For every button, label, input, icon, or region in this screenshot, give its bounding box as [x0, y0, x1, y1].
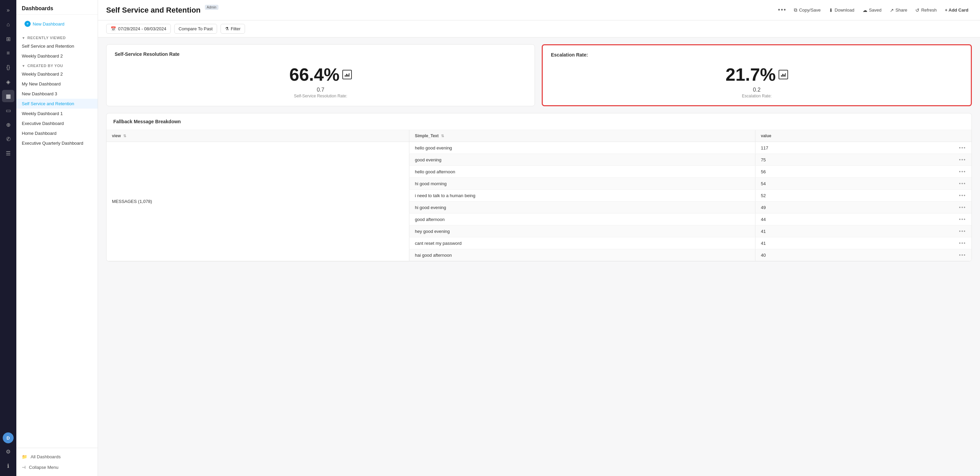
value-cell: 52: [755, 190, 885, 201]
row-actions[interactable]: •••: [885, 142, 972, 154]
escalation-rate-chart-icon[interactable]: [778, 70, 788, 79]
col-header-view[interactable]: view ⇅: [107, 130, 409, 142]
resolution-rate-value-row: 66.4%: [289, 66, 352, 83]
all-dashboards-link[interactable]: 📁 All Dashboards: [16, 452, 98, 462]
sidebar-item-new-dashboard-3[interactable]: New Dashboard 3: [16, 89, 98, 99]
add-card-button[interactable]: + Add Card: [942, 5, 972, 14]
svg-rect-4: [781, 75, 782, 77]
plus-circle-icon: +: [24, 21, 30, 27]
avatar-icon[interactable]: D: [3, 433, 14, 443]
row-actions[interactable]: •••: [885, 178, 972, 190]
escalation-rate-sub-value: 0.2: [742, 87, 772, 93]
resolution-rate-sub-value: 0.7: [294, 87, 347, 93]
sidebar-item-self-service-retention-recent[interactable]: Self Service and Retention: [16, 41, 98, 51]
row-actions[interactable]: •••: [885, 190, 972, 201]
code-icon[interactable]: {}: [2, 61, 14, 73]
share-button[interactable]: ↗ Share: [886, 5, 911, 15]
recently-viewed-label: RECENTLY VIEWED: [27, 36, 66, 40]
calendar-icon: 📅: [111, 26, 116, 31]
filter-button[interactable]: ⚗ Filter: [221, 24, 245, 34]
settings-icon[interactable]: ⚙: [2, 446, 14, 458]
main-content: Self Service and Retention Admin ••• ⧉ C…: [98, 0, 980, 476]
collapse-icon[interactable]: »: [2, 4, 14, 16]
row-actions[interactable]: •••: [885, 214, 972, 225]
layers-icon[interactable]: ☰: [2, 147, 14, 159]
text-cell: good afternoon: [409, 214, 756, 225]
value-cell: 41: [755, 237, 885, 249]
sidebar-item-executive-quarterly[interactable]: Executive Quarterly Dashboard: [16, 138, 98, 148]
new-dashboard-button[interactable]: + New Dashboard: [22, 19, 92, 29]
row-actions[interactable]: •••: [885, 154, 972, 166]
value-cell: 44: [755, 214, 885, 225]
sidebar-item-home-dashboard[interactable]: Home Dashboard: [16, 128, 98, 138]
escalation-rate-value-row: 21.7%: [725, 66, 788, 83]
document-icon[interactable]: ≡: [2, 47, 14, 59]
sidebar-item-self-service-retention[interactable]: Self Service and Retention: [16, 99, 98, 109]
text-cell: good evening: [409, 154, 756, 166]
fallback-table-card: Fallback Message Breakdown view ⇅ Simple…: [106, 113, 972, 262]
sidebar-item-my-new-dashboard[interactable]: My New Dashboard: [16, 79, 98, 89]
value-cell: 56: [755, 166, 885, 178]
info-icon[interactable]: ℹ: [2, 460, 14, 472]
col-header-simple-text[interactable]: Simple_Text ⇅: [409, 130, 756, 142]
text-cell: hi good morning: [409, 178, 756, 190]
dashboard-active-icon[interactable]: ▦: [2, 90, 14, 102]
compare-to-past-button[interactable]: Compare To Past: [174, 24, 217, 34]
add-card-label: + Add Card: [945, 8, 969, 13]
more-options-button[interactable]: •••: [775, 5, 789, 16]
phone-icon[interactable]: ✆: [2, 133, 14, 145]
resolution-rate-title: Self-Service Resolution Rate: [115, 51, 527, 57]
value-cell: 41: [755, 225, 885, 237]
text-cell: hey good evening: [409, 225, 756, 237]
folder-icon: 📁: [22, 454, 27, 459]
recently-viewed-chevron: ▼: [22, 36, 25, 40]
date-range-button[interactable]: 📅 07/28/2024 - 08/03/2024: [106, 24, 171, 34]
value-cell: 40: [755, 249, 885, 261]
row-actions[interactable]: •••: [885, 166, 972, 178]
table-row: MESSAGES (1,078)hello good evening117•••: [107, 142, 972, 154]
row-actions[interactable]: •••: [885, 249, 972, 261]
row-actions[interactable]: •••: [885, 237, 972, 249]
sidebar-item-executive-dashboard[interactable]: Executive Dashboard: [16, 118, 98, 128]
svg-rect-0: [345, 75, 346, 77]
col-header-actions: [885, 130, 972, 142]
col-header-value: value: [755, 130, 885, 142]
refresh-button[interactable]: ↺ Refresh: [912, 5, 940, 15]
network-icon[interactable]: ⊕: [2, 118, 14, 131]
cloud-icon: ☁: [862, 8, 867, 13]
created-by-you-chevron: ▼: [22, 64, 25, 68]
row-actions[interactable]: •••: [885, 201, 972, 214]
sidebar-item-weekly-dashboard-2[interactable]: Weekly Dashboard 2: [16, 69, 98, 79]
sidebar-item-weekly-dashboard-1[interactable]: Weekly Dashboard 1: [16, 109, 98, 118]
home-icon[interactable]: ⌂: [2, 18, 14, 30]
copy-save-button[interactable]: ⧉ Copy/Save: [791, 5, 824, 15]
recently-viewed-section[interactable]: ▼ RECENTLY VIEWED: [16, 33, 98, 41]
resolution-rate-chart-icon[interactable]: [342, 70, 352, 79]
download-button[interactable]: ⬇ Download: [826, 5, 858, 15]
header-actions: ••• ⧉ Copy/Save ⬇ Download ☁ Saved ↗ Sha…: [775, 5, 972, 16]
created-by-you-label: CREATED BY YOU: [27, 64, 63, 68]
resolution-rate-card: Self-Service Resolution Rate 66.4%: [106, 44, 535, 106]
sidebar-item-weekly-dashboard-2-recent[interactable]: Weekly Dashboard 2: [16, 51, 98, 61]
resolution-rate-sub-label: Self-Service Resolution Rate:: [294, 94, 347, 98]
metric-cards-row: Self-Service Resolution Rate 66.4%: [106, 44, 972, 106]
all-dashboards-label: All Dashboards: [30, 454, 60, 459]
grid-icon[interactable]: ⊞: [2, 33, 14, 45]
filter-icon: ⚗: [225, 26, 229, 31]
saved-button[interactable]: ☁ Saved: [859, 5, 885, 15]
share-label: Share: [896, 8, 907, 13]
created-by-you-section[interactable]: ▼ CREATED BY YOU: [16, 61, 98, 69]
bar-chart-icon[interactable]: ▭: [2, 104, 14, 117]
sidebar-header: Dashboards: [16, 0, 98, 14]
admin-badge: Admin: [205, 5, 218, 10]
new-dashboard-label: New Dashboard: [33, 21, 64, 27]
escalation-rate-card: Escalation Rate: 21.7%: [542, 44, 972, 106]
icon-rail: » ⌂ ⊞ ≡ {} ◈ ▦ ▭ ⊕ ✆ ☰ D ⚙ ℹ: [0, 0, 16, 476]
cube-icon[interactable]: ◈: [2, 75, 14, 88]
sidebar: Dashboards + New Dashboard ▼ RECENTLY VI…: [16, 0, 98, 476]
header-left: Self Service and Retention Admin: [106, 6, 218, 14]
refresh-label: Refresh: [921, 8, 937, 13]
row-actions[interactable]: •••: [885, 225, 972, 237]
collapse-menu-button[interactable]: ⊣ Collapse Menu: [16, 462, 98, 473]
copy-save-label: Copy/Save: [799, 8, 821, 13]
